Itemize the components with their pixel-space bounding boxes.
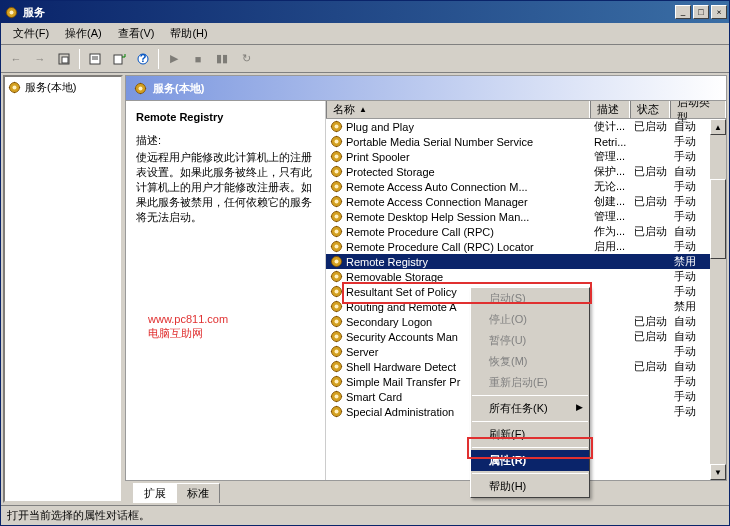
forward-button: → — [29, 48, 51, 70]
gear-icon — [330, 285, 343, 298]
service-name: Remote Desktop Help Session Man... — [346, 211, 529, 223]
app-icon — [3, 4, 19, 20]
gear-icon — [330, 360, 343, 373]
service-status: 已启动 — [630, 359, 670, 374]
close-button[interactable]: × — [711, 5, 727, 19]
ctx-resume: 恢复(M) — [471, 351, 589, 372]
gear-icon — [330, 405, 343, 418]
menu-help[interactable]: 帮助(H) — [162, 24, 215, 43]
service-name: Special Administration — [346, 406, 454, 418]
sort-asc-icon: ▲ — [359, 105, 367, 114]
service-row[interactable]: Remote Desktop Help Session Man...管理...手… — [326, 209, 726, 224]
ctx-separator — [472, 447, 588, 448]
titlebar[interactable]: 服务 _ □ × — [1, 1, 729, 23]
maximize-button[interactable]: □ — [693, 5, 709, 19]
service-name: Protected Storage — [346, 166, 435, 178]
minimize-button[interactable]: _ — [675, 5, 691, 19]
service-status: 已启动 — [630, 164, 670, 179]
gear-icon — [330, 375, 343, 388]
service-name: Remote Registry — [346, 256, 428, 268]
gear-icon — [330, 390, 343, 403]
service-name: Security Accounts Man — [346, 331, 458, 343]
ctx-separator — [472, 395, 588, 396]
service-row[interactable]: Remote Registry禁用 — [326, 254, 726, 269]
service-name: Plug and Play — [346, 121, 414, 133]
menu-file[interactable]: 文件(F) — [5, 24, 57, 43]
service-name: Simple Mail Transfer Pr — [346, 376, 460, 388]
gear-icon — [330, 225, 343, 238]
service-name: Remote Procedure Call (RPC) Locator — [346, 241, 534, 253]
export-button[interactable] — [108, 48, 130, 70]
start-service-button: ▶ — [163, 48, 185, 70]
service-name: Shell Hardware Detect — [346, 361, 456, 373]
gear-icon — [330, 165, 343, 178]
service-row[interactable]: Protected Storage保护...已启动自动 — [326, 164, 726, 179]
up-button[interactable] — [53, 48, 75, 70]
services-window: 服务 _ □ × 文件(F) 操作(A) 查看(V) 帮助(H) ← → ? ▶… — [0, 0, 730, 526]
ctx-separator — [472, 473, 588, 474]
service-row[interactable]: Remote Access Auto Connection M...无论...手… — [326, 179, 726, 194]
gear-icon — [330, 255, 343, 268]
service-row[interactable]: Portable Media Serial Number ServiceRetr… — [326, 134, 726, 149]
gear-icon — [8, 81, 21, 94]
stop-service-button: ■ — [187, 48, 209, 70]
service-name: Remote Access Auto Connection M... — [346, 181, 528, 193]
ctx-properties[interactable]: 属性(R) — [471, 450, 589, 471]
service-status: 已启动 — [630, 314, 670, 329]
gear-icon — [330, 195, 343, 208]
properties-button[interactable] — [84, 48, 106, 70]
description-text: 使远程用户能修改此计算机上的注册表设置。如果此服务被终止，只有此计算机上的用户才… — [136, 150, 315, 225]
gear-icon — [330, 270, 343, 283]
col-startup[interactable]: 启动类型 — [670, 101, 726, 118]
statusbar: 打开当前选择的属性对话框。 — [1, 505, 729, 525]
service-status: 已启动 — [630, 224, 670, 239]
vertical-scrollbar[interactable]: ▲ ▼ — [710, 119, 726, 480]
service-status: 已启动 — [630, 329, 670, 344]
ctx-separator — [472, 421, 588, 422]
service-name: Resultant Set of Policy — [346, 286, 457, 298]
tab-standard[interactable]: 标准 — [176, 483, 220, 503]
menu-view[interactable]: 查看(V) — [110, 24, 163, 43]
service-desc: 作为... — [590, 224, 630, 239]
service-name: Remote Procedure Call (RPC) — [346, 226, 494, 238]
service-desc: 管理... — [590, 209, 630, 224]
description-label: 描述: — [136, 133, 315, 148]
ctx-help[interactable]: 帮助(H) — [471, 476, 589, 497]
col-name[interactable]: 名称▲ — [326, 101, 590, 118]
tree-root[interactable]: 服务(本地) — [7, 79, 119, 96]
tab-extended[interactable]: 扩展 — [133, 483, 177, 503]
service-row[interactable]: Remote Access Connection Manager创建...已启动… — [326, 194, 726, 209]
col-status[interactable]: 状态 — [630, 101, 670, 118]
gear-icon — [330, 150, 343, 163]
gear-icon — [330, 240, 343, 253]
content-area: 服务(本地) 服务(本地) Remote Registry 描述: 使远程用户能… — [1, 73, 729, 505]
ctx-stop: 停止(O) — [471, 309, 589, 330]
gear-icon — [330, 345, 343, 358]
service-name: Remote Access Connection Manager — [346, 196, 528, 208]
service-desc: Retri... — [590, 136, 630, 148]
gear-icon — [330, 135, 343, 148]
service-row[interactable]: Print Spooler管理...手动 — [326, 149, 726, 164]
svg-rect-3 — [62, 57, 68, 63]
service-row[interactable]: Removable Storage手动 — [326, 269, 726, 284]
scroll-thumb[interactable] — [710, 179, 726, 259]
pause-service-button: ▮▮ — [211, 48, 233, 70]
col-desc[interactable]: 描述 — [590, 101, 630, 118]
service-name: Removable Storage — [346, 271, 443, 283]
service-name: Portable Media Serial Number Service — [346, 136, 533, 148]
pane-title: 服务(本地) — [153, 81, 204, 96]
scroll-up-button[interactable]: ▲ — [710, 119, 726, 135]
ctx-alltasks[interactable]: 所有任务(K)▶ — [471, 398, 589, 419]
service-row[interactable]: Remote Procedure Call (RPC) Locator启用...… — [326, 239, 726, 254]
tree-pane[interactable]: 服务(本地) — [3, 75, 123, 503]
scroll-down-button[interactable]: ▼ — [710, 464, 726, 480]
help-button[interactable]: ? — [132, 48, 154, 70]
service-row[interactable]: Remote Procedure Call (RPC)作为...已启动自动 — [326, 224, 726, 239]
ctx-refresh[interactable]: 刷新(F) — [471, 424, 589, 445]
gear-icon — [330, 330, 343, 343]
svg-rect-7 — [114, 55, 122, 64]
service-row[interactable]: Plug and Play使计...已启动自动 — [326, 119, 726, 134]
pane-body: Remote Registry 描述: 使远程用户能修改此计算机上的注册表设置。… — [125, 101, 727, 481]
service-desc: 保护... — [590, 164, 630, 179]
menu-action[interactable]: 操作(A) — [57, 24, 110, 43]
